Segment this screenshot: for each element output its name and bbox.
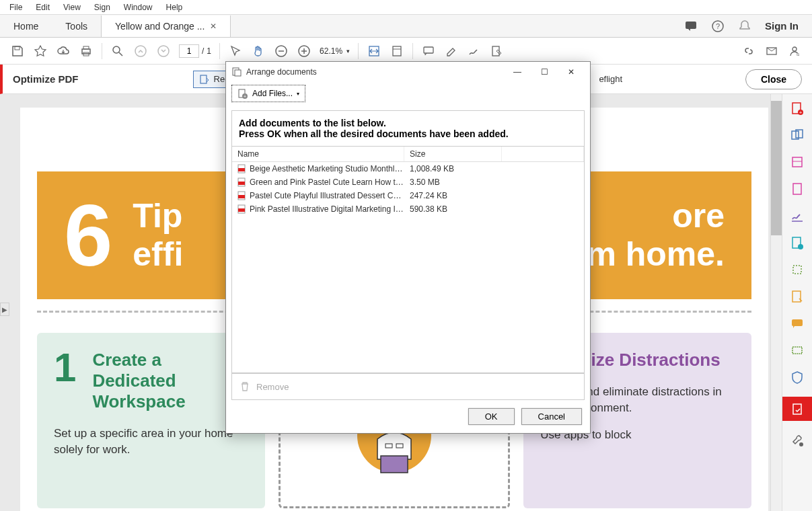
save-icon[interactable] bbox=[10, 44, 25, 58]
svg-point-22 bbox=[792, 47, 797, 51]
svg-rect-17 bbox=[393, 46, 401, 56]
svg-rect-37 bbox=[792, 157, 802, 167]
file-size: 1,008.49 KB bbox=[404, 164, 454, 173]
optimize-tool-icon[interactable] bbox=[782, 397, 813, 421]
compress-icon[interactable] bbox=[790, 262, 805, 277]
tip-1-number: 1 bbox=[54, 350, 76, 426]
tab-bar: Home Tools Yellow and Orange ... ✕ ? Sig… bbox=[0, 15, 812, 38]
column-size[interactable]: Size bbox=[404, 147, 502, 161]
file-name: Green and Pink Pastel Cute Learn How to … bbox=[250, 178, 404, 187]
comment-icon[interactable] bbox=[421, 44, 436, 58]
file-list: Name Size Beige Aesthetic Marketing Stud… bbox=[231, 147, 585, 373]
edit-pdf-icon[interactable] bbox=[490, 44, 505, 58]
file-row[interactable]: Beige Aesthetic Marketing Studio Monthly… bbox=[232, 162, 584, 175]
redact-icon[interactable] bbox=[790, 289, 805, 304]
print-icon[interactable] bbox=[79, 44, 94, 58]
cloud-icon[interactable] bbox=[56, 44, 71, 58]
cancel-button[interactable]: Cancel bbox=[521, 408, 582, 425]
link-icon[interactable] bbox=[741, 44, 756, 58]
preflight-label[interactable]: eflight bbox=[599, 74, 622, 84]
arrow-tool-icon[interactable] bbox=[228, 44, 243, 58]
close-dialog-button[interactable]: ✕ bbox=[558, 63, 585, 81]
ok-button[interactable]: OK bbox=[468, 408, 515, 425]
svg-rect-50 bbox=[235, 70, 241, 76]
add-files-button[interactable]: + Add Files... ▾ bbox=[231, 85, 305, 102]
tip-1-title: Create a Dedicated Workspace bbox=[92, 350, 248, 412]
minimize-button[interactable]: — bbox=[504, 63, 531, 81]
scan-icon[interactable] bbox=[790, 343, 805, 358]
zoom-in-icon[interactable] bbox=[297, 44, 311, 58]
svg-text:?: ? bbox=[716, 22, 720, 30]
tab-home[interactable]: Home bbox=[0, 15, 52, 37]
zoom-level[interactable]: 62.1%▾ bbox=[320, 46, 350, 56]
pdf-icon bbox=[236, 204, 247, 214]
maximize-button[interactable]: ☐ bbox=[531, 63, 558, 81]
left-panel-handle[interactable]: ▶ bbox=[0, 303, 9, 316]
file-row[interactable]: Pastel Cute Playful Illustrated Dessert … bbox=[232, 189, 584, 202]
menu-window[interactable]: Window bbox=[117, 1, 159, 14]
file-name: Beige Aesthetic Marketing Studio Monthly… bbox=[250, 164, 404, 173]
vertical-scrollbar[interactable] bbox=[770, 94, 782, 511]
share-icon[interactable] bbox=[787, 44, 802, 58]
page-down-icon[interactable] bbox=[156, 44, 171, 58]
page-current-input[interactable] bbox=[179, 44, 199, 58]
help-icon[interactable]: ? bbox=[711, 19, 725, 33]
create-pdf-icon[interactable]: + bbox=[790, 101, 805, 116]
export-icon[interactable] bbox=[790, 182, 805, 196]
tab-tools[interactable]: Tools bbox=[52, 15, 101, 37]
chevron-down-icon: ▾ bbox=[297, 91, 299, 97]
tab-document[interactable]: Yellow and Orange ... ✕ bbox=[101, 15, 231, 37]
combine-icon[interactable] bbox=[790, 128, 805, 143]
email-icon[interactable] bbox=[764, 44, 779, 58]
find-icon[interactable] bbox=[110, 44, 125, 58]
pdf-icon bbox=[236, 177, 247, 188]
sign-in-button[interactable]: Sign In bbox=[765, 20, 799, 32]
file-name: Pastel Cute Playful Illustrated Dessert … bbox=[250, 191, 404, 200]
highlight-icon[interactable] bbox=[444, 44, 459, 58]
menu-help[interactable]: Help bbox=[159, 1, 190, 14]
bell-icon[interactable] bbox=[738, 19, 751, 33]
hero-text-r1: ore bbox=[586, 197, 725, 236]
hero-text-r2: m home. bbox=[586, 235, 725, 274]
remove-button: Remove bbox=[231, 373, 585, 400]
dialog-icon bbox=[231, 67, 242, 77]
fit-page-icon[interactable] bbox=[390, 44, 404, 58]
star-icon[interactable] bbox=[33, 44, 48, 58]
column-name[interactable]: Name bbox=[232, 147, 404, 161]
hand-tool-icon[interactable] bbox=[251, 44, 266, 58]
comment-tool-icon[interactable] bbox=[790, 316, 805, 331]
organize-icon[interactable] bbox=[790, 235, 805, 250]
tip-1-body: Set up a specific area in your home sole… bbox=[54, 426, 248, 458]
file-size: 3.50 MB bbox=[404, 178, 440, 187]
more-tools-icon[interactable] bbox=[790, 433, 805, 448]
chat-icon[interactable] bbox=[684, 19, 698, 33]
dialog-titlebar[interactable]: Arrange documents — ☐ ✕ bbox=[226, 62, 590, 82]
menu-edit[interactable]: Edit bbox=[29, 1, 57, 14]
tab-close-icon[interactable]: ✕ bbox=[210, 22, 217, 31]
trash-icon bbox=[239, 381, 251, 393]
scroll-thumb[interactable] bbox=[771, 101, 782, 235]
menu-file[interactable]: File bbox=[3, 1, 29, 14]
svg-rect-46 bbox=[792, 347, 802, 354]
dialog-msg-line2: Press OK when all the desired documents … bbox=[239, 128, 577, 139]
sign-icon[interactable] bbox=[467, 44, 482, 58]
menu-view[interactable]: View bbox=[57, 1, 87, 14]
svg-rect-61 bbox=[238, 208, 245, 212]
protect-icon[interactable] bbox=[790, 370, 805, 385]
edit-icon[interactable] bbox=[790, 155, 805, 169]
menu-sign[interactable]: Sign bbox=[87, 1, 117, 14]
file-list-header: Name Size bbox=[232, 147, 584, 162]
svg-rect-29 bbox=[381, 456, 408, 473]
file-row[interactable]: Green and Pink Pastel Cute Learn How to … bbox=[232, 175, 584, 189]
svg-rect-57 bbox=[238, 182, 245, 185]
svg-rect-43 bbox=[793, 266, 801, 274]
close-optimize-button[interactable]: Close bbox=[745, 69, 802, 89]
file-row[interactable]: Pink Pastel Illustrative Digital Marketi… bbox=[232, 202, 584, 216]
main-toolbar: / 1 62.1%▾ bbox=[0, 38, 812, 65]
svg-rect-26 bbox=[200, 75, 207, 83]
fit-width-icon[interactable] bbox=[367, 44, 381, 58]
sign-tool-icon[interactable] bbox=[790, 208, 805, 223]
page-up-icon[interactable] bbox=[133, 44, 148, 58]
zoom-out-icon[interactable] bbox=[274, 44, 289, 58]
svg-point-48 bbox=[799, 442, 803, 446]
